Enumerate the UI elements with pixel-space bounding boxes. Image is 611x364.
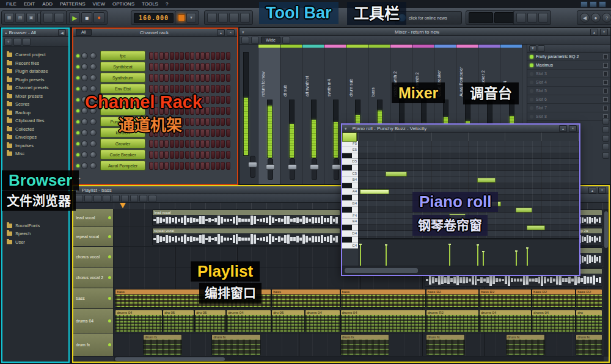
step-button[interactable] xyxy=(196,74,200,82)
step-button[interactable] xyxy=(211,129,215,137)
volume-fader[interactable] xyxy=(334,158,339,180)
step-button[interactable] xyxy=(211,63,215,71)
menu-tools[interactable]: TOOLS xyxy=(138,0,162,8)
volume-fader[interactable] xyxy=(268,158,273,180)
step-button[interactable] xyxy=(205,151,210,159)
pattern-clip[interactable]: dru xyxy=(576,310,602,332)
step-button[interactable] xyxy=(221,129,225,137)
step-button[interactable] xyxy=(211,140,215,148)
fx-slot[interactable]: Fruity parametric EQ 2 xyxy=(527,53,610,61)
step-button[interactable] xyxy=(175,140,179,148)
step-button[interactable] xyxy=(185,151,189,159)
step-button[interactable] xyxy=(154,63,158,71)
step-button[interactable] xyxy=(180,140,184,148)
menu-patterns[interactable]: PATTERNS xyxy=(56,0,89,8)
fader-knob[interactable] xyxy=(266,164,275,170)
step-button[interactable] xyxy=(154,162,158,170)
step-button[interactable] xyxy=(164,151,169,159)
step-button[interactable] xyxy=(200,140,205,148)
step-button[interactable] xyxy=(226,63,230,71)
close-icon[interactable]: × xyxy=(227,29,235,36)
monitor-icon[interactable] xyxy=(580,1,588,7)
step-button[interactable] xyxy=(200,63,205,71)
fx-slot-led[interactable] xyxy=(530,106,533,110)
piano-key[interactable]: G4 xyxy=(342,201,358,207)
channel-volume-knob[interactable] xyxy=(90,140,97,147)
side-icon-2[interactable] xyxy=(602,126,609,133)
velocity-stem[interactable] xyxy=(483,252,484,266)
menu-add[interactable]: ADD xyxy=(38,0,56,8)
channel-volume-knob[interactable] xyxy=(90,129,97,136)
step-button[interactable] xyxy=(196,151,200,159)
wait-icon[interactable] xyxy=(229,13,239,23)
step-button[interactable] xyxy=(154,52,158,60)
undo-icon[interactable]: ◀ xyxy=(580,13,590,23)
step-button[interactable] xyxy=(226,52,230,60)
step-button[interactable] xyxy=(164,52,169,60)
step-button[interactable] xyxy=(221,162,225,170)
step-button[interactable] xyxy=(211,52,215,60)
step-button[interactable] xyxy=(205,107,210,115)
step-button[interactable] xyxy=(175,151,179,159)
pattern-clip[interactable]: bass R2 xyxy=(426,289,479,308)
fx-slot-checkbox[interactable] xyxy=(603,89,608,93)
pattern-clip[interactable]: bass R2 xyxy=(576,289,602,308)
fx-slot[interactable]: Slot 6 xyxy=(527,95,610,104)
track-lane[interactable]: drums 04dru 05dru 05drums 04dru 05drums … xyxy=(114,309,604,333)
channel-pan-knob[interactable] xyxy=(81,151,88,158)
pattern-clip[interactable]: drums 04 xyxy=(340,310,426,332)
draw-tool-icon[interactable] xyxy=(75,195,83,202)
piano-key[interactable] xyxy=(342,165,358,171)
slip-tool-icon[interactable] xyxy=(112,195,120,202)
mixer-track[interactable]: alt synth st xyxy=(302,45,324,184)
fader-knob[interactable] xyxy=(310,164,319,170)
step-button[interactable] xyxy=(159,140,164,148)
record-arm-icon[interactable] xyxy=(282,37,290,44)
step-button[interactable] xyxy=(205,140,210,148)
step-button[interactable] xyxy=(226,129,230,137)
channel-pan-knob[interactable] xyxy=(81,129,88,136)
step-button[interactable] xyxy=(164,74,169,82)
piano-key[interactable]: A4 xyxy=(342,189,358,195)
side-icon-3[interactable] xyxy=(602,135,609,142)
note[interactable] xyxy=(386,172,407,177)
step-button[interactable] xyxy=(221,107,225,115)
browser-item[interactable]: Clipboard files xyxy=(2,117,68,125)
pattern-clip[interactable]: drums R2 xyxy=(426,310,479,332)
fx-slot[interactable]: Slot 5 xyxy=(527,87,610,95)
channel-mute-led[interactable] xyxy=(76,142,79,145)
metronome-icon[interactable] xyxy=(54,13,64,23)
step-button[interactable] xyxy=(216,96,220,104)
browser-item[interactable]: Plugin presets xyxy=(2,76,68,84)
pattern-clip[interactable]: drum fx xyxy=(143,334,182,355)
step-button[interactable] xyxy=(159,74,164,82)
note[interactable] xyxy=(527,225,545,230)
step-button[interactable] xyxy=(185,85,189,93)
magnet-icon[interactable] xyxy=(43,13,53,23)
step-button[interactable] xyxy=(170,162,174,170)
pattern-clip[interactable]: dru 05 xyxy=(194,310,226,332)
volume-fader[interactable] xyxy=(290,158,295,180)
piano-key[interactable] xyxy=(342,207,358,213)
master-fader[interactable] xyxy=(250,156,255,178)
side-icon-1[interactable] xyxy=(602,118,609,125)
step-button[interactable] xyxy=(149,151,153,159)
step-button[interactable] xyxy=(200,74,205,82)
track-name[interactable]: bass xyxy=(73,288,114,308)
step-button[interactable] xyxy=(221,151,225,159)
step-button[interactable] xyxy=(175,162,179,170)
step-button[interactable] xyxy=(190,140,194,148)
step-button[interactable] xyxy=(185,118,189,126)
channel-button[interactable]: Code Breaker xyxy=(100,150,145,159)
fx-slot-led[interactable] xyxy=(530,81,533,84)
step-button[interactable] xyxy=(205,162,210,170)
playhead-marker[interactable] xyxy=(120,203,126,208)
step-button[interactable] xyxy=(175,74,179,82)
step-button[interactable] xyxy=(185,140,189,148)
midi-icon[interactable] xyxy=(590,1,597,7)
step-button[interactable] xyxy=(164,140,169,148)
pattern-clip[interactable]: bass xyxy=(271,289,340,308)
step-button[interactable] xyxy=(226,96,230,104)
step-button[interactable] xyxy=(221,96,225,104)
step-button[interactable] xyxy=(164,85,169,93)
